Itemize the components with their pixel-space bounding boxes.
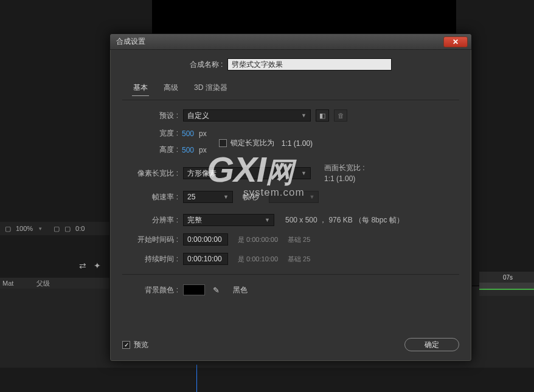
pixel-aspect-dropdown[interactable]: 方形像素 ▼ — [183, 167, 311, 179]
bg-color-swatch[interactable] — [183, 284, 205, 295]
preset-value: 自定义 — [187, 111, 209, 121]
dialog-title: 合成设置 — [116, 36, 145, 47]
pixel-aspect-label: 像素长宽比 : — [122, 168, 178, 179]
track-parent-label: 父级 — [36, 279, 50, 288]
chevron-down-icon: ▼ — [309, 194, 314, 200]
chevron-down-icon: ▼ — [223, 194, 229, 200]
start-tc-label: 开始时间码 : — [122, 235, 178, 245]
chevron-down-icon: ▼ — [265, 217, 270, 223]
preset-row: 预设 : 自定义 ▼ ◧ 🗑 — [122, 109, 459, 122]
composition-settings-dialog: 合成设置 ✕ 合成名称 : 基本 高级 3D 渲染器 预设 : 自定义 ▼ ◧ … — [109, 33, 472, 362]
width-unit: px — [199, 129, 207, 138]
preview-checkbox[interactable]: ✓ — [122, 341, 130, 349]
duration-row: 持续时间 : 是 0:00:10:00 基础 25 — [122, 252, 459, 266]
chevron-down-icon: ▼ — [301, 112, 307, 119]
resolution-dropdown[interactable]: 完整 ▼ — [183, 214, 274, 226]
tab-advanced[interactable]: 高级 — [162, 80, 179, 96]
width-label: 宽度 : — [122, 128, 178, 139]
lock-aspect-ratio: 1:1 (1.00) — [282, 139, 313, 148]
framerate-value: 25 — [187, 193, 195, 201]
pixel-aspect-row: 像素长宽比 : 方形像素 ▼ 画面长宽比 : 1:1 (1.00) — [122, 162, 459, 184]
track-mat-label: Mat — [2, 280, 13, 287]
chevron-down-icon: ▼ — [301, 170, 307, 176]
bg-color-row: 背景颜色 : ✎ 黑色 — [122, 283, 459, 297]
frame-aspect-info: 画面长宽比 : 1:1 (1.00) — [324, 162, 365, 184]
dropframe-dropdown: ▼ — [269, 191, 319, 203]
timeline-bar[interactable] — [479, 283, 534, 290]
comp-name-input[interactable] — [227, 58, 392, 70]
height-unit: px — [199, 146, 207, 154]
bg-color-name: 黑色 — [233, 285, 248, 295]
preview-checkbox-row: ✓ 预览 — [122, 340, 148, 350]
star-icon[interactable]: ✦ — [94, 261, 101, 270]
preset-label: 预设 : — [122, 111, 178, 121]
dimensions-block: 宽度 : 500 px 高度 : 500 px 锁定长宽比为 1:1 (1.00… — [122, 128, 459, 155]
preview-label: 预览 — [134, 340, 148, 350]
start-tc-input[interactable] — [183, 233, 228, 246]
start-timecode-row: 开始时间码 : 是 0:00:00:00 基础 25 — [122, 233, 459, 246]
switch-icon[interactable]: ⇄ — [79, 261, 86, 270]
eyedropper-icon: ✎ — [213, 286, 220, 295]
save-preset-button[interactable]: ◧ — [316, 109, 329, 122]
framerate-unit: 帧/秒 — [243, 192, 259, 202]
tab-separator — [122, 100, 459, 100]
separator — [122, 274, 459, 275]
duration-input[interactable] — [183, 253, 228, 265]
resolution-label: 分辨率 : — [122, 215, 178, 225]
track-header-row: Mat 父级 — [0, 278, 109, 289]
time-partial: 0:0 — [75, 225, 85, 232]
height-value[interactable]: 500 — [182, 146, 194, 154]
start-tc-hint-base: 基础 25 — [288, 235, 310, 244]
dialog-footer: ✓ 预览 确定 — [122, 338, 459, 351]
delete-preset-button: 🗑 — [334, 109, 347, 122]
tab-3d-renderer[interactable]: 3D 渲染器 — [193, 80, 229, 96]
close-icon: ✕ — [453, 38, 459, 46]
frame-aspect-value: 1:1 (1.00) — [324, 173, 365, 184]
preset-dropdown[interactable]: 自定义 ▼ — [183, 109, 311, 122]
time-icon[interactable]: ▢ — [64, 225, 71, 233]
viewer-background — [152, 0, 456, 36]
close-button[interactable]: ✕ — [443, 36, 468, 47]
timeline-tool-icons: ⇄ ✦ — [79, 261, 101, 270]
zoom-value[interactable]: 100% — [16, 225, 33, 232]
resolution-row: 分辨率 : 完整 ▼ 500 x 500 ， 976 KB （每 8bpc 帧） — [122, 213, 459, 227]
timeline-ruler[interactable]: 07s — [479, 272, 534, 296]
framerate-row: 帧速率 : 25 ▼ 帧/秒 ▼ — [122, 190, 459, 204]
bg-color-label: 背景颜色 : — [122, 285, 178, 295]
pixel-aspect-value: 方形像素 — [187, 168, 217, 179]
ok-button[interactable]: 确定 — [404, 338, 459, 351]
lock-aspect-label: 锁定长宽比为 — [231, 138, 274, 148]
frame-aspect-label: 画面长宽比 : — [324, 162, 365, 173]
duration-label: 持续时间 : — [122, 254, 178, 264]
dialog-body: 合成名称 : 基本 高级 3D 渲染器 预设 : 自定义 ▼ ◧ 🗑 宽度 : — [110, 50, 471, 311]
comp-name-row: 合成名称 : — [122, 58, 459, 70]
framerate-dropdown[interactable]: 25 ▼ — [183, 191, 233, 203]
tab-basic[interactable]: 基本 — [132, 80, 149, 96]
duration-hint-base: 基础 25 — [288, 255, 310, 264]
playhead-line — [196, 365, 197, 392]
height-label: 高度 : — [122, 145, 178, 155]
start-tc-hint-is: 是 0:00:00:00 — [238, 235, 278, 244]
resolution-value: 完整 — [187, 215, 202, 225]
comp-name-label: 合成名称 : — [190, 60, 223, 70]
chevron-down-icon[interactable]: ▼ — [38, 226, 43, 232]
duration-hint-is: 是 0:00:10:00 — [238, 255, 278, 264]
zoom-bar: ▢ 100% ▼ ▢ ▢ 0:0 — [0, 222, 109, 235]
framerate-label: 帧速率 : — [122, 192, 178, 202]
res-icon[interactable]: ▢ — [54, 225, 60, 233]
time-marker: 07s — [503, 274, 513, 281]
eyedropper-button[interactable]: ✎ — [210, 284, 222, 296]
monitor-icon[interactable]: ▢ — [5, 225, 11, 233]
resolution-info: 500 x 500 ， 976 KB （每 8bpc 帧） — [285, 215, 404, 225]
width-value[interactable]: 500 — [182, 129, 194, 138]
lock-aspect-checkbox[interactable] — [219, 139, 227, 147]
tabs: 基本 高级 3D 渲染器 — [122, 80, 459, 96]
dialog-titlebar[interactable]: 合成设置 ✕ — [110, 34, 471, 50]
